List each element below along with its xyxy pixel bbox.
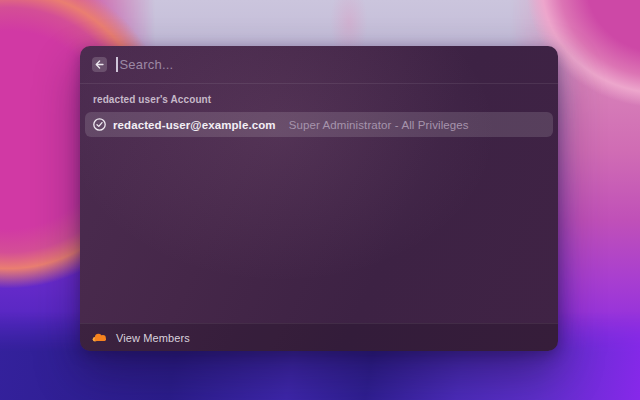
search-bar: Search... xyxy=(80,46,558,84)
view-members-label: View Members xyxy=(116,332,190,344)
arrow-left-icon xyxy=(95,60,104,69)
section-header: redacted user's Account xyxy=(85,94,553,105)
text-cursor xyxy=(116,57,118,72)
account-role: Super Administrator - All Privileges xyxy=(289,119,469,131)
check-circle-icon xyxy=(93,118,106,131)
cloudflare-logo-icon xyxy=(91,333,108,342)
search-placeholder: Search... xyxy=(120,57,174,72)
search-input[interactable]: Search... xyxy=(116,46,546,83)
account-search-window: Search... redacted user's Account redact… xyxy=(80,46,558,351)
view-members-button[interactable]: View Members xyxy=(80,323,558,351)
account-result-row[interactable]: redacted-user@example.com Super Administ… xyxy=(85,112,553,137)
back-button[interactable] xyxy=(92,57,107,72)
results-panel: redacted user's Account redacted-user@ex… xyxy=(80,84,558,323)
account-email: redacted-user@example.com xyxy=(113,119,276,131)
desktop-wallpaper: Search... redacted user's Account redact… xyxy=(0,0,640,400)
